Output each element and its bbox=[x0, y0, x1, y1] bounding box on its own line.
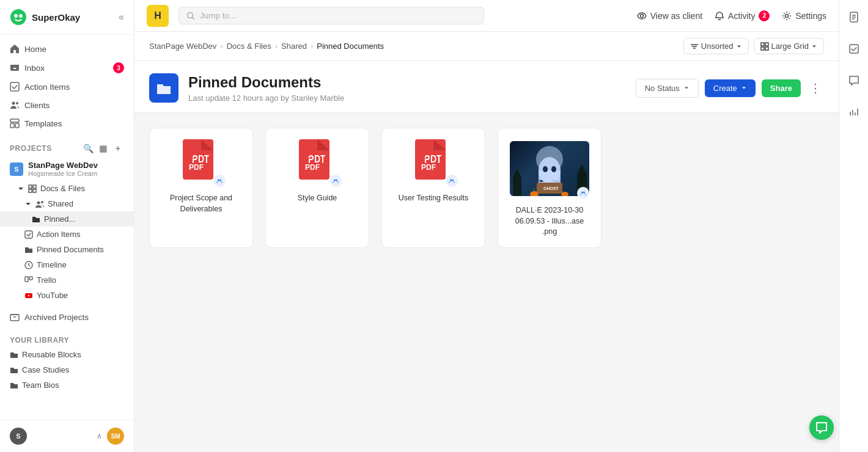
projects-section-actions: 🔍 ▦ + bbox=[83, 142, 124, 155]
shared-users-icon-3 bbox=[449, 178, 455, 184]
more-options-button[interactable]: ⋮ bbox=[807, 78, 824, 98]
svg-point-38 bbox=[450, 180, 452, 181]
svg-rect-25 bbox=[765, 43, 768, 46]
svg-rect-3 bbox=[10, 82, 19, 91]
main-area: H Jump to... View as client Activity 2 S… bbox=[134, 0, 839, 452]
svg-rect-52 bbox=[850, 45, 858, 53]
breadcrumb: StanPage WebDev › Docs & Files › Shared … bbox=[149, 42, 384, 51]
add-project-button[interactable]: + bbox=[112, 142, 124, 155]
file-card-user-testing[interactable]: PDF User Testing Results bbox=[381, 128, 485, 248]
create-button[interactable]: Create bbox=[705, 79, 756, 97]
search-projects-button[interactable]: 🔍 bbox=[83, 142, 95, 155]
ghost-image: GHOST bbox=[510, 141, 589, 196]
svg-point-31 bbox=[219, 180, 221, 181]
file-name-1: Project Scope and Deliverables bbox=[160, 193, 243, 214]
view-as-client-button[interactable]: View as client bbox=[637, 11, 702, 21]
user-avatar-self[interactable]: S bbox=[10, 428, 27, 445]
trello-icon bbox=[24, 276, 33, 285]
svg-rect-36 bbox=[415, 139, 446, 180]
folder-team-bios-icon bbox=[10, 381, 18, 390]
youtube-icon bbox=[24, 291, 33, 300]
svg-rect-20 bbox=[10, 315, 19, 321]
activity-badge: 2 bbox=[759, 10, 770, 21]
filter-projects-button[interactable]: ▦ bbox=[97, 142, 109, 155]
sidebar-item-action-items[interactable]: Action Items bbox=[0, 78, 134, 96]
create-chevron-icon bbox=[741, 85, 747, 91]
check-icon bbox=[848, 43, 859, 54]
archived-projects[interactable]: Archived Projects bbox=[0, 308, 134, 326]
svg-point-1 bbox=[14, 14, 18, 18]
breadcrumb-shared[interactable]: Shared bbox=[281, 42, 307, 51]
search-placeholder: Jump to... bbox=[200, 11, 236, 20]
inbox-icon bbox=[10, 63, 20, 73]
action-items-icon bbox=[24, 230, 33, 239]
svg-point-13 bbox=[37, 201, 40, 204]
breadcrumb-stanpage[interactable]: StanPage WebDev bbox=[149, 42, 216, 51]
sidebar-nav: Home Inbox 3 Action Items Clients Templa… bbox=[0, 35, 134, 137]
sidebar-logo: SuperOkay « bbox=[0, 0, 134, 35]
grid-icon bbox=[28, 184, 37, 193]
svg-point-22 bbox=[640, 14, 643, 17]
clock-icon bbox=[24, 261, 33, 269]
expand-button[interactable]: ∧ bbox=[97, 432, 102, 440]
status-button[interactable]: No Status bbox=[636, 79, 699, 98]
folder-big-svg bbox=[155, 79, 172, 97]
content-area: PDF Project Scope and Deliverables bbox=[134, 113, 839, 452]
sidebar-item-templates[interactable]: Templates bbox=[0, 114, 134, 133]
settings-button[interactable]: Settings bbox=[782, 11, 826, 21]
shared-indicator-4 bbox=[577, 187, 589, 199]
svg-rect-17 bbox=[25, 277, 28, 282]
collapse-sidebar-button[interactable]: « bbox=[119, 12, 124, 23]
file-card-style-guide[interactable]: PDF Style Guide bbox=[265, 128, 369, 248]
templates-icon bbox=[10, 118, 20, 128]
right-panel-chart-button[interactable] bbox=[844, 103, 864, 122]
svg-rect-26 bbox=[761, 47, 764, 50]
breadcrumb-docs-files[interactable]: Docs & Files bbox=[227, 42, 271, 51]
share-button[interactable]: Share bbox=[762, 79, 801, 97]
library-team-bios[interactable]: Team Bios bbox=[0, 377, 134, 393]
svg-point-30 bbox=[218, 180, 219, 181]
file-icon-area-1: PDF bbox=[177, 138, 226, 187]
activity-button[interactable]: Activity 2 bbox=[715, 10, 770, 21]
tree-timeline[interactable]: Timeline bbox=[0, 257, 134, 272]
tree-youtube[interactable]: YouTube bbox=[0, 288, 134, 303]
home-icon bbox=[10, 44, 20, 54]
shared-users-icon-2 bbox=[333, 178, 339, 184]
view-mode-button[interactable]: Large Grid bbox=[754, 38, 824, 54]
tree-pinned[interactable]: Pinned... bbox=[0, 211, 134, 227]
folder-reusable-icon bbox=[10, 351, 18, 359]
ghost-art-svg: GHOST bbox=[510, 141, 589, 196]
project-item-stanpage[interactable]: S StanPage WebDev Hogsmeade Ice Cream bbox=[0, 157, 134, 181]
tree-pinned-documents[interactable]: Pinned Documents bbox=[0, 242, 134, 257]
svg-point-44 bbox=[551, 166, 556, 172]
svg-rect-7 bbox=[10, 123, 14, 128]
breadcrumb-current: Pinned Documents bbox=[317, 42, 384, 51]
user-avatar-sm[interactable]: SM bbox=[107, 428, 124, 445]
sidebar-item-inbox[interactable]: Inbox 3 bbox=[0, 58, 134, 78]
app-name: SuperOkay bbox=[32, 12, 80, 23]
projects-section: Projects 🔍 ▦ + bbox=[0, 137, 134, 157]
right-panel-check-button[interactable] bbox=[844, 39, 864, 59]
svg-rect-10 bbox=[33, 185, 36, 188]
header-actions: No Status Create Share ⋮ bbox=[636, 78, 824, 98]
sidebar-item-home[interactable]: Home bbox=[0, 40, 134, 58]
svg-point-2 bbox=[19, 14, 23, 18]
search-bar[interactable]: Jump to... bbox=[178, 7, 484, 24]
file-card-dalle-image[interactable]: GHOST DALL·E 2023-1 bbox=[498, 128, 601, 248]
topbar-actions: View as client Activity 2 Settings bbox=[637, 10, 826, 21]
tree-shared[interactable]: Shared bbox=[0, 196, 134, 211]
file-card-project-scope[interactable]: PDF Project Scope and Deliverables bbox=[149, 128, 253, 248]
chat-fab-button[interactable] bbox=[809, 415, 834, 440]
right-panel-chat-button[interactable] bbox=[844, 71, 864, 90]
inbox-badge: 3 bbox=[113, 62, 124, 73]
tree-trello[interactable]: Trello bbox=[0, 272, 134, 288]
tree-docs-files[interactable]: Docs & Files bbox=[0, 181, 134, 196]
right-panel-document-button[interactable] bbox=[844, 7, 864, 27]
library-reusable-blocks[interactable]: Reusable Blocks bbox=[0, 347, 134, 362]
svg-point-39 bbox=[452, 180, 454, 181]
sort-button[interactable]: Unsorted bbox=[683, 38, 749, 54]
library-case-studies[interactable]: Case Studies bbox=[0, 362, 134, 377]
sidebar-item-clients[interactable]: Clients bbox=[0, 96, 134, 114]
tree-action-items[interactable]: Action Items bbox=[0, 227, 134, 242]
chat-fab-icon bbox=[815, 421, 828, 434]
